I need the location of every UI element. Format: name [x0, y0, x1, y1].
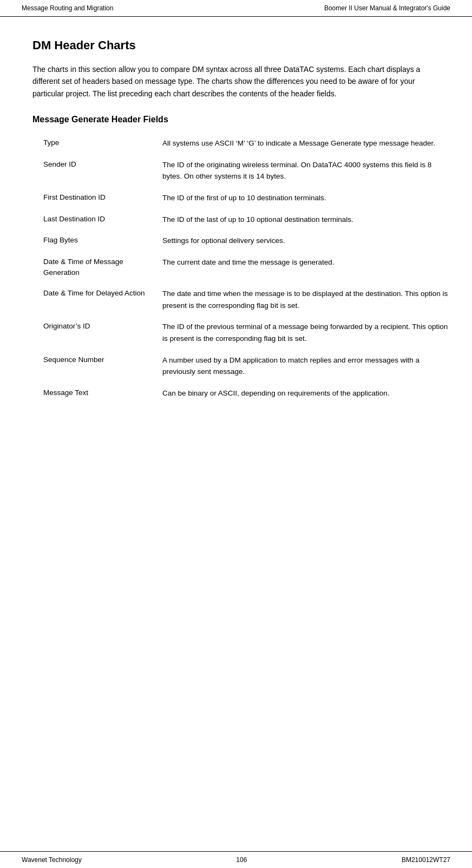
table-row: Message TextCan be binary or ASCII, depe…: [43, 387, 450, 399]
page-header: Message Routing and Migration Boomer II …: [0, 0, 472, 17]
page-footer: Wavenet Technology 106 BM210012WT27: [0, 851, 472, 868]
field-name: Sender ID: [43, 159, 162, 170]
table-row: Sequence NumberA number used by a DM app…: [43, 354, 450, 378]
table-row: First Destination IDThe ID of the first …: [43, 192, 450, 204]
field-description: The ID of the first of up to 10 destinat…: [162, 192, 450, 204]
field-name: Message Text: [43, 387, 162, 398]
field-name: Last Destination ID: [43, 214, 162, 225]
header-left: Message Routing and Migration: [22, 4, 113, 12]
field-name: Type: [43, 137, 162, 148]
field-name: Flag Bytes: [43, 235, 162, 246]
table-row: Flag BytesSettings for optional delivery…: [43, 235, 450, 247]
main-content: DM Header Charts The charts in this sect…: [0, 17, 472, 441]
field-name: First Destination ID: [43, 192, 162, 203]
table-row: Originator’s IDThe ID of the previous te…: [43, 321, 450, 344]
fields-table: TypeAll systems use ASCII ‘M’ ‘G’ to ind…: [43, 137, 450, 399]
field-description: The ID of the previous terminal of a mes…: [162, 321, 450, 344]
field-name: Date & Time for Delayed Action: [43, 288, 162, 299]
field-description: The ID of the originating wireless termi…: [162, 159, 450, 182]
table-row: Date & Time of Message GenerationThe cur…: [43, 257, 450, 279]
table-row: Date & Time for Delayed ActionThe date a…: [43, 288, 450, 311]
field-name: Originator’s ID: [43, 321, 162, 332]
header-right: Boomer II User Manual & Integrator's Gui…: [324, 4, 450, 12]
field-description: A number used by a DM application to mat…: [162, 354, 450, 378]
table-row: TypeAll systems use ASCII ‘M’ ‘G’ to ind…: [43, 137, 450, 149]
table-row: Last Destination IDThe ID of the last of…: [43, 214, 450, 226]
field-description: All systems use ASCII ‘M’ ‘G’ to indicat…: [162, 137, 450, 149]
table-row: Sender IDThe ID of the originating wirel…: [43, 159, 450, 182]
field-description: The current date and time the message is…: [162, 257, 450, 268]
intro-paragraph: The charts in this section allow you to …: [32, 63, 440, 100]
field-description: The ID of the last of up to 10 optional …: [162, 214, 450, 226]
section-title: Message Generate Header Fields: [32, 115, 440, 124]
field-description: Settings for optional delivery services.: [162, 235, 450, 247]
field-name: Sequence Number: [43, 354, 162, 365]
field-description: Can be binary or ASCII, depending on req…: [162, 387, 450, 399]
footer-right: BM210012WT27: [402, 856, 450, 864]
page-title: DM Header Charts: [32, 38, 440, 52]
field-description: The date and time when the message is to…: [162, 288, 450, 311]
footer-center: 106: [236, 856, 247, 864]
field-name: Date & Time of Message Generation: [43, 257, 162, 279]
footer-left: Wavenet Technology: [22, 856, 82, 864]
